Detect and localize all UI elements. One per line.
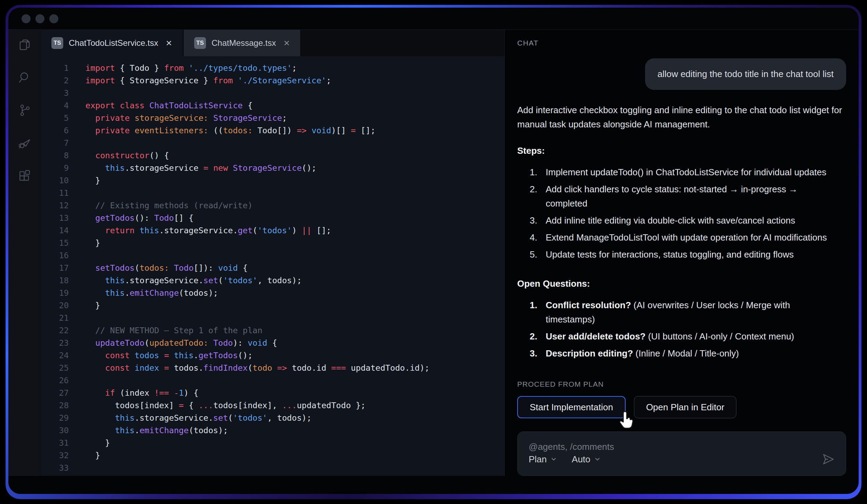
files-icon[interactable] (17, 37, 32, 52)
code-line[interactable]: 6 private eventListeners: ((todos: Todo[… (41, 124, 504, 137)
tab-chatmessage[interactable]: TS ChatMessage.tsx × (184, 30, 300, 56)
model-dropdown[interactable]: Auto (572, 454, 601, 465)
code-line[interactable]: 31 } (41, 437, 504, 449)
window-frame: TS ChatTodoListService.tsx × TS ChatMess… (6, 5, 861, 499)
editor-pane: TS ChatTodoListService.tsx × TS ChatMess… (41, 30, 504, 476)
chat-panel-title: CHAT (517, 39, 846, 47)
list-item: 5. Update tests for interactions, status… (517, 247, 830, 262)
steps-heading: Steps: (517, 145, 846, 156)
list-item: 1. Implement updateTodo() in ChatTodoLis… (517, 165, 830, 179)
code-line[interactable]: 17 setTodos(todos: Todo[]): void { (41, 262, 504, 274)
steps-list: 1. Implement updateTodo() in ChatTodoLis… (517, 165, 830, 264)
activity-bar (8, 30, 41, 476)
list-item: 3. Description editing? (Inline / Modal … (517, 346, 830, 361)
list-item: 2. User add/delete todos? (UI buttons / … (517, 329, 830, 344)
code-line[interactable]: 11 (41, 187, 504, 199)
code-line[interactable]: 1import { Todo } from '../types/todo.typ… (41, 62, 504, 74)
title-bar (8, 8, 859, 30)
plan-actions-row: Start Implementation Open Plan in Editor (517, 396, 846, 418)
close-icon[interactable]: × (166, 38, 172, 48)
code-line[interactable]: 10 } (41, 174, 504, 187)
tab-bar: TS ChatTodoListService.tsx × TS ChatMess… (41, 30, 504, 56)
chat-panel: CHAT allow editing the todo title in the… (504, 30, 859, 476)
code-line[interactable]: 25 const index = todos.findIndex(todo =>… (41, 362, 504, 374)
chevron-down-icon (550, 456, 557, 463)
code-line[interactable]: 24 const todos = this.getTodos(); (41, 349, 504, 362)
close-icon[interactable]: × (283, 38, 290, 48)
app-window: TS ChatTodoListService.tsx × TS ChatMess… (8, 8, 859, 494)
list-item: 1. Conflict resolution? (AI overwrites /… (517, 298, 830, 327)
tab-label: ChatTodoListService.tsx (69, 38, 158, 48)
code-line[interactable]: 4export class ChatTodoListService { (41, 99, 504, 112)
open-plan-in-editor-button[interactable]: Open Plan in Editor (634, 396, 736, 418)
code-line[interactable]: 7 (41, 137, 504, 149)
code-line[interactable]: 8 constructor() { (41, 149, 504, 162)
mode-dropdown[interactable]: Plan (529, 454, 557, 465)
code-line[interactable]: 18 this.storageService.set('todos', todo… (41, 274, 504, 287)
open-questions-heading: Open Questions: (517, 278, 846, 289)
extensions-icon[interactable] (17, 168, 32, 183)
user-message-bubble: allow editing the todo title in the chat… (645, 58, 846, 90)
code-line[interactable]: 15 } (41, 237, 504, 249)
typescript-file-icon: TS (51, 37, 63, 49)
chevron-down-icon (594, 456, 601, 463)
code-line[interactable]: 16 (41, 249, 504, 262)
start-implementation-button[interactable]: Start Implementation (517, 396, 626, 418)
window-close-button[interactable] (22, 14, 31, 23)
code-line[interactable]: 27 if (index !== -1) { (41, 387, 504, 399)
typescript-file-icon: TS (194, 37, 206, 49)
list-item: 3. Add inline title editing via double-c… (517, 213, 830, 228)
code-line[interactable]: 3 (41, 87, 504, 99)
composer-input[interactable]: @agents, /comments (529, 442, 835, 452)
chat-composer[interactable]: @agents, /comments Plan Auto (517, 431, 846, 476)
code-line[interactable]: 5 private storageService: StorageService… (41, 112, 504, 124)
send-icon[interactable] (821, 453, 835, 466)
code-line[interactable]: 23 updateTodo(updatedTodo: Todo): void { (41, 337, 504, 349)
code-line[interactable]: 21 (41, 312, 504, 324)
main-row: TS ChatTodoListService.tsx × TS ChatMess… (8, 30, 859, 476)
composer-toolbar: Plan Auto (529, 453, 835, 466)
code-line[interactable]: 29 this.storageService.set('todos', todo… (41, 412, 504, 424)
code-line[interactable]: 12 // Existing methods (read/write) (41, 199, 504, 212)
code-line[interactable]: 14 return this.storageService.get('todos… (41, 224, 504, 237)
code-line[interactable]: 13 getTodos(): Todo[] { (41, 212, 504, 224)
window-minimize-button[interactable] (35, 14, 44, 23)
code-line[interactable]: 28 todos[index] = { ...todos[index], ...… (41, 399, 504, 412)
list-item: 4. Extend ManageTodoListTool with update… (517, 230, 830, 245)
code-line[interactable]: 22 // NEW METHOD — Step 1 of the plan (41, 324, 504, 337)
tab-label: ChatMessage.tsx (212, 38, 276, 48)
tab-chattodolistservice[interactable]: TS ChatTodoListService.tsx × (41, 30, 182, 56)
debug-icon[interactable] (17, 135, 32, 150)
code-line[interactable]: 20 } (41, 299, 504, 312)
search-icon[interactable] (17, 70, 32, 85)
code-line[interactable]: 9 this.storageService = new StorageServi… (41, 162, 504, 174)
code-line[interactable]: 30 this.emitChange(todos); (41, 424, 504, 437)
source-control-icon[interactable] (17, 103, 32, 117)
list-item: 2. Add click handlers to cycle status: n… (517, 182, 830, 211)
code-line[interactable]: 26 (41, 374, 504, 387)
assistant-intro-text: Add interactive checkbox toggling and in… (517, 103, 846, 132)
proceed-from-plan-label: PROCEED FROM PLAN (517, 380, 846, 388)
window-zoom-button[interactable] (49, 14, 58, 23)
open-questions-list: 1. Conflict resolution? (AI overwrites /… (517, 298, 830, 363)
code-line[interactable]: 2import { StorageService } from './Stora… (41, 74, 504, 87)
code-lines[interactable]: 1import { Todo } from '../types/todo.typ… (41, 56, 504, 474)
code-line[interactable]: 33 (41, 462, 504, 474)
code-line[interactable]: 19 this.emitChange(todos); (41, 287, 504, 299)
hand-cursor-icon (617, 410, 637, 430)
code-line[interactable]: 32 } (41, 449, 504, 462)
